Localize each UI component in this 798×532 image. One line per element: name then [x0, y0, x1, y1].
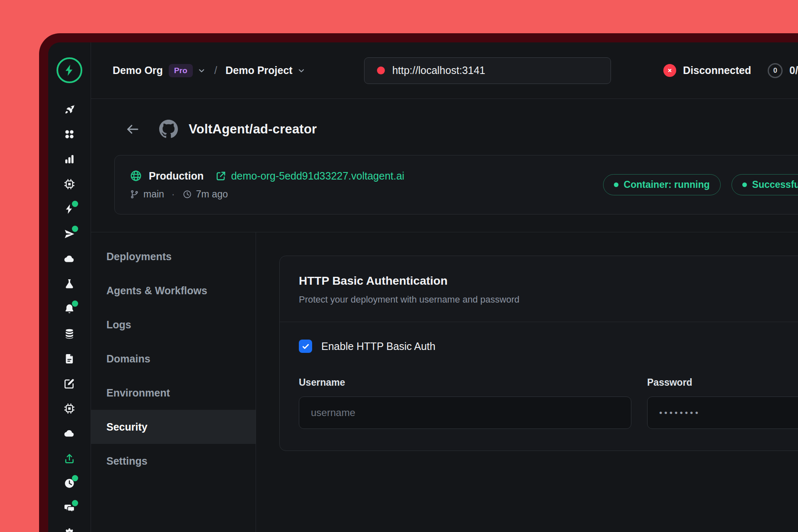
app-window: Demo Org Pro / Demo Project http://local… — [39, 33, 798, 532]
status-dot-icon — [614, 182, 618, 187]
card-header: HTTP Basic Authentication Protect your d… — [280, 256, 798, 322]
deployment-info: Production demo-org-5edd91d33227.voltage… — [130, 170, 404, 200]
topbar-right-group: Disconnected 0 0/6 — [663, 63, 798, 78]
nav-item-environment[interactable]: Environment — [91, 376, 256, 410]
notification-dot — [72, 475, 78, 481]
top-bar: Demo Org Pro / Demo Project http://local… — [91, 42, 798, 99]
clock-icon[interactable] — [57, 472, 82, 497]
voltagent-logo[interactable] — [57, 57, 82, 83]
page-title: VoltAgent/ad-creator — [189, 122, 317, 137]
content-area: HTTP Basic Authentication Protect your d… — [256, 232, 798, 532]
password-label: Password — [647, 377, 798, 388]
database-icon[interactable] — [57, 322, 82, 347]
enable-basic-auth-row[interactable]: Enable HTTP Basic Auth — [299, 340, 436, 353]
grid-icon[interactable] — [57, 123, 82, 148]
nav-item-domains[interactable]: Domains — [91, 342, 256, 376]
sidebar-icon-list — [57, 98, 82, 532]
repo-header: VoltAgent/ad-creator — [125, 120, 798, 138]
back-button[interactable] — [125, 122, 140, 137]
cloud-icon[interactable] — [57, 422, 82, 447]
clock-icon — [182, 190, 192, 199]
notification-dot — [72, 500, 78, 506]
cpu-chip-icon[interactable] — [57, 172, 82, 197]
notification-dot — [72, 226, 78, 232]
flask-icon[interactable] — [57, 272, 82, 297]
status-badges: Container: runningSuccessful — [591, 174, 798, 195]
git-branch-icon — [130, 190, 139, 199]
disconnected-x-icon — [663, 64, 676, 77]
external-link-icon — [215, 170, 227, 182]
card-body: Enable HTTP Basic Auth Username Password — [280, 322, 798, 451]
password-field-group: Password — [647, 377, 798, 429]
domain-text: demo-org-5edd91d33227.voltagent.ai — [231, 170, 404, 182]
meta-separator: · — [172, 189, 175, 200]
credential-fields: Username Password — [299, 377, 798, 429]
connection-status-label[interactable]: Disconnected — [683, 64, 751, 76]
password-input[interactable] — [647, 397, 798, 429]
deployment-meta: main · 7m ago — [130, 189, 404, 200]
deployment-card: Production demo-org-5edd91d33227.voltage… — [114, 155, 798, 214]
main-column: Demo Org Pro / Demo Project http://local… — [91, 42, 798, 532]
cpu-chip-icon[interactable] — [57, 397, 82, 422]
server-url-value: http://localhost:3141 — [392, 64, 485, 76]
card-title: HTTP Basic Authentication — [299, 274, 798, 288]
notification-dot — [72, 300, 78, 307]
status-badge-container-running: Container: running — [603, 174, 721, 195]
notification-dot — [72, 201, 78, 207]
pencil-square-icon[interactable] — [57, 372, 82, 397]
bar-chart-icon[interactable] — [57, 148, 82, 172]
breadcrumb-separator: / — [214, 64, 217, 76]
cloud-icon[interactable] — [57, 247, 82, 272]
project-name: Demo Project — [226, 64, 293, 76]
chevron-down-icon — [197, 66, 206, 75]
document-icon[interactable] — [57, 347, 82, 372]
globe-icon — [130, 170, 142, 182]
connection-dot-icon — [377, 66, 385, 74]
username-input[interactable] — [299, 397, 631, 429]
enable-basic-auth-checkbox[interactable] — [299, 340, 312, 353]
chevron-down-icon — [297, 66, 306, 75]
nav-item-security[interactable]: Security — [91, 410, 256, 444]
org-name: Demo Org — [113, 64, 163, 76]
username-field-group: Username — [299, 377, 631, 429]
lightning-bolt-icon[interactable] — [57, 197, 82, 222]
rocket-icon[interactable] — [57, 98, 82, 123]
project-switcher[interactable]: Demo Project — [226, 64, 306, 76]
checkbox-label: Enable HTTP Basic Auth — [321, 340, 436, 352]
nav-item-deployments[interactable]: Deployments — [91, 239, 256, 273]
check-icon — [301, 342, 310, 351]
http-basic-auth-card: HTTP Basic Authentication Protect your d… — [279, 256, 798, 451]
workspace: DeploymentsAgents & WorkflowsLogsDomains… — [91, 232, 798, 532]
agent-counter-label: 0/6 — [789, 64, 798, 76]
agent-counter-ring[interactable]: 0 — [768, 63, 783, 78]
deployed-ago: 7m ago — [196, 189, 228, 200]
send-icon[interactable] — [57, 222, 82, 247]
bell-icon[interactable] — [57, 297, 82, 322]
desktop-background: Demo Org Pro / Demo Project http://local… — [0, 0, 798, 532]
branch-name: main — [143, 189, 164, 200]
nav-item-settings[interactable]: Settings — [91, 444, 256, 478]
org-switcher[interactable]: Demo Org Pro — [113, 64, 206, 77]
deployment-domain-link[interactable]: demo-org-5edd91d33227.voltagent.ai — [215, 170, 404, 182]
github-icon[interactable] — [159, 120, 178, 138]
gear-icon[interactable] — [57, 522, 82, 532]
card-subtitle: Protect your deployment with username an… — [299, 294, 798, 305]
server-url-input[interactable]: http://localhost:3141 — [364, 57, 611, 84]
icon-sidebar — [48, 42, 91, 532]
arrow-left-icon — [125, 122, 140, 137]
nav-item-agents-workflows[interactable]: Agents & Workflows — [91, 273, 256, 308]
deployment-subnav: DeploymentsAgents & WorkflowsLogsDomains… — [91, 232, 256, 532]
plan-badge: Pro — [169, 64, 193, 77]
status-badge-successful: Successful — [732, 174, 798, 195]
upload-icon[interactable] — [57, 447, 82, 472]
nav-item-logs[interactable]: Logs — [91, 308, 256, 342]
username-label: Username — [299, 377, 631, 388]
voltagent-bolt-icon — [62, 63, 76, 77]
chat-bubbles-icon[interactable] — [57, 497, 82, 522]
environment-name: Production — [149, 170, 204, 182]
status-dot-icon — [742, 182, 747, 187]
